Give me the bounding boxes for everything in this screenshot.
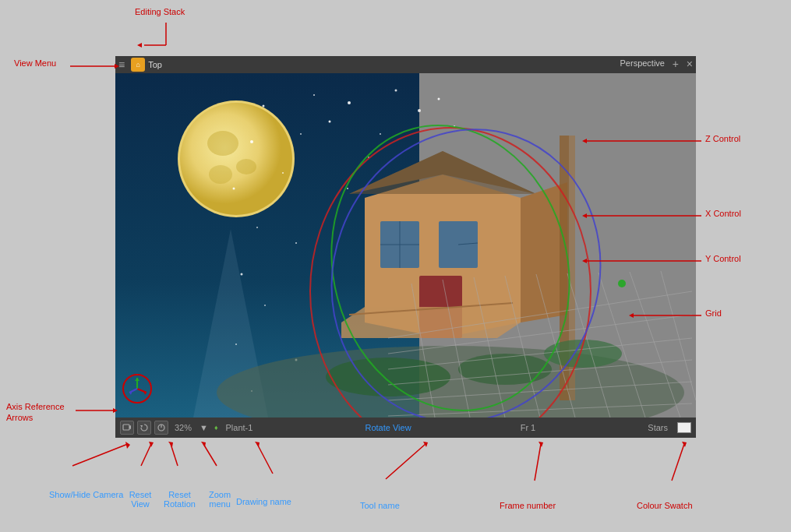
svg-marker-28 bbox=[539, 442, 543, 447]
svg-point-50 bbox=[347, 188, 348, 189]
menu-icon[interactable]: ≡ bbox=[115, 58, 128, 71]
svg-point-56 bbox=[295, 242, 297, 244]
status-bar: 32% ▼ ♦ Plant-1 Rotate View Fr 1 Stars bbox=[115, 417, 696, 438]
svg-point-38 bbox=[209, 165, 232, 184]
z-control-label: Z Control bbox=[705, 134, 740, 143]
add-viewport-button[interactable]: + bbox=[673, 58, 679, 70]
svg-point-37 bbox=[236, 159, 256, 174]
svg-marker-20 bbox=[168, 442, 173, 447]
color-swatch[interactable] bbox=[677, 422, 691, 433]
grid-label: Grid bbox=[705, 308, 722, 318]
reset-view-ann: ResetView bbox=[121, 490, 160, 509]
zoom-level[interactable]: 32% bbox=[171, 423, 195, 432]
reset-view-button[interactable] bbox=[137, 421, 151, 435]
svg-rect-106 bbox=[123, 425, 129, 430]
svg-point-35 bbox=[180, 103, 292, 215]
perspective-label: Perspective bbox=[620, 58, 665, 68]
drawing-name: Plant-1 bbox=[223, 423, 256, 432]
svg-marker-30 bbox=[682, 442, 687, 447]
axis-ref-label: Axis ReferenceArrows bbox=[6, 401, 65, 424]
color-swatch-name: Stars bbox=[644, 423, 671, 432]
svg-point-45 bbox=[438, 98, 440, 100]
svg-point-77 bbox=[326, 358, 450, 396]
top-area: Editing Stack View Menu bbox=[0, 0, 791, 56]
svg-marker-16 bbox=[125, 442, 130, 449]
show-hide-camera-button[interactable] bbox=[120, 421, 134, 435]
home-icon[interactable]: ⌂ bbox=[131, 58, 145, 72]
svg-point-42 bbox=[380, 133, 381, 135]
frame-label: Fr 1 bbox=[521, 423, 536, 432]
tool-name-ann: Tool name bbox=[360, 501, 400, 510]
reset-rotation-ann: ResetRotation bbox=[158, 490, 201, 509]
svg-point-40 bbox=[395, 90, 397, 92]
colour-swatch-ann: Colour Swatch bbox=[637, 501, 693, 510]
svg-marker-72 bbox=[341, 307, 521, 338]
svg-point-39 bbox=[348, 101, 351, 104]
svg-point-57 bbox=[241, 273, 243, 276]
svg-point-48 bbox=[300, 133, 302, 135]
viewport-header: ≡ ⌂ Top Perspective + × bbox=[115, 56, 696, 73]
svg-point-59 bbox=[235, 344, 237, 345]
svg-marker-26 bbox=[423, 442, 428, 447]
y-control-label: Y Control bbox=[705, 254, 741, 263]
svg-point-36 bbox=[207, 131, 238, 156]
svg-point-43 bbox=[418, 109, 421, 112]
svg-point-49 bbox=[250, 140, 253, 143]
editing-stack-label: Editing Stack bbox=[135, 7, 185, 16]
svg-point-55 bbox=[256, 227, 258, 228]
plant-icon: ♦ bbox=[214, 424, 218, 432]
scene-area bbox=[115, 73, 696, 417]
scene-svg bbox=[115, 73, 696, 417]
svg-point-98 bbox=[618, 280, 626, 287]
bottom-label-area: Show/Hide Camera ResetView ResetRotation… bbox=[0, 462, 791, 532]
reset-rotation-button[interactable] bbox=[154, 421, 168, 435]
svg-marker-108 bbox=[140, 425, 143, 428]
view-menu-label: View Menu bbox=[14, 58, 56, 68]
svg-point-47 bbox=[263, 105, 265, 107]
show-hide-camera-ann: Show/Hide Camera bbox=[49, 490, 104, 499]
svg-point-54 bbox=[233, 188, 235, 190]
zoom-menu-ann: Zoommenu bbox=[204, 490, 235, 509]
svg-point-44 bbox=[313, 94, 315, 96]
svg-marker-22 bbox=[201, 442, 206, 447]
svg-point-41 bbox=[329, 121, 331, 123]
svg-point-78 bbox=[458, 354, 552, 385]
zoom-menu-arrow[interactable]: ▼ bbox=[200, 423, 208, 432]
svg-point-58 bbox=[264, 305, 266, 306]
svg-marker-24 bbox=[255, 442, 260, 447]
drawing-name-ann: Drawing name bbox=[236, 497, 291, 506]
svg-marker-18 bbox=[149, 442, 154, 447]
close-viewport-button[interactable]: × bbox=[687, 58, 693, 70]
svg-point-53 bbox=[282, 172, 284, 174]
viewport-container: ≡ ⌂ Top Perspective + × bbox=[115, 56, 696, 438]
viewport-tab-label: Top bbox=[148, 60, 162, 69]
x-control-label: X Control bbox=[705, 209, 741, 218]
tool-name: Rotate View bbox=[365, 423, 411, 432]
frame-number-ann: Frame number bbox=[500, 501, 556, 510]
